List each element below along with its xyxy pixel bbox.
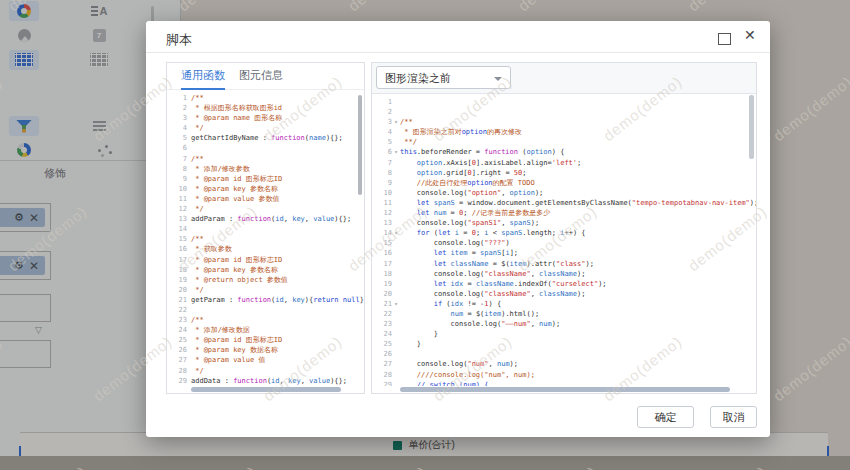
horizontal-scrollbar[interactable] (191, 387, 341, 392)
common-functions-panel: 通用函数 图元信息 1/**2 * 根据图形名称获取图形id3 * @param… (166, 62, 365, 394)
line-number: 7 (167, 154, 187, 164)
code-line: 13addParam : function(id, key, value){}; (167, 214, 364, 224)
code-line: 8 * 添加/修改参数 (167, 164, 364, 174)
left-code-editor[interactable]: 1/**2 * 根据图形名称获取图形id3 * @param name 图形名称… (167, 89, 364, 386)
code-line: 5 **/ (372, 137, 756, 147)
maximize-icon[interactable] (718, 33, 731, 45)
code-line: 26 (372, 349, 756, 359)
tab-element-info[interactable]: 图元信息 (239, 63, 283, 88)
code-line: 22 num = $(item).html(); (372, 309, 756, 319)
line-number: 6 (167, 143, 187, 153)
line-number: 27 (167, 355, 187, 365)
code-line: 28 ////console.log("num", num); (372, 370, 756, 380)
code-line: 27 console.log("num", num); (372, 359, 756, 369)
code-line: 9 * @param id 图形标志ID (167, 174, 364, 184)
vertical-scrollbar[interactable] (749, 95, 754, 159)
fold-marker-icon[interactable]: ▾ (392, 117, 400, 127)
code-line: 17 * @param id 图形标志ID (167, 255, 364, 265)
line-number: 20 (167, 285, 187, 295)
close-icon[interactable]: ✕ (744, 27, 756, 43)
script-dialog: 脚本 ✕ 通用函数 图元信息 1/**2 * 根据图形名称获取图形id3 * @… (146, 21, 770, 437)
horizontal-scrollbar[interactable] (400, 387, 730, 392)
fold-marker-icon (392, 127, 400, 137)
line-number: 17 (372, 259, 392, 269)
fold-marker-icon (392, 329, 400, 339)
line-number: 23 (372, 319, 392, 329)
line-number: 12 (167, 204, 187, 214)
code-line: 5getChartIdByName : function(name){}; (167, 133, 364, 143)
fold-marker-icon (392, 279, 400, 289)
fold-marker-icon[interactable]: ▾ (392, 299, 400, 309)
fold-marker-icon[interactable]: ▾ (392, 147, 400, 157)
fold-marker-icon (392, 168, 400, 178)
fold-marker-icon (392, 380, 400, 386)
code-line: 6▾this.beforeRender = function (option) … (372, 147, 756, 157)
line-number: 28 (167, 366, 187, 376)
line-number: 26 (167, 345, 187, 355)
vertical-scrollbar[interactable] (358, 95, 362, 195)
code-line: 14▾ for (let i = 0; i < spanS.length; i+… (372, 228, 756, 238)
line-number: 3 (167, 113, 187, 123)
fold-marker-icon (392, 137, 400, 147)
fold-marker-icon (392, 208, 400, 218)
line-number: 25 (167, 335, 187, 345)
line-number: 29 (372, 380, 392, 386)
code-line: 4 */ (167, 123, 364, 133)
code-line: 22 (167, 305, 364, 315)
line-number: 4 (167, 123, 187, 133)
fold-marker-icon (392, 218, 400, 228)
code-line: 12 let num = 0; //记录当前是参数是多少 (372, 208, 756, 218)
fold-marker-icon (392, 178, 400, 188)
line-number: 16 (167, 244, 187, 254)
line-number: 11 (167, 194, 187, 204)
line-number: 16 (372, 248, 392, 258)
line-number: 10 (372, 188, 392, 198)
code-line: 12 */ (167, 204, 364, 214)
line-number: 21 (372, 299, 392, 309)
code-line: 24 } (372, 329, 756, 339)
fold-marker-icon (392, 259, 400, 269)
code-line: 18 console.log("className", className); (372, 269, 756, 279)
fold-marker-icon[interactable]: ▾ (392, 228, 400, 238)
line-number: 18 (372, 269, 392, 279)
code-line: 15 console.log("???") (372, 238, 756, 248)
code-line: 28 */ (167, 366, 364, 376)
line-number: 2 (167, 103, 187, 113)
line-number: 25 (372, 339, 392, 349)
right-code-editor[interactable]: 123▾/**4 * 图形渲染之前对option的再次修改5 **/6▾this… (372, 93, 756, 386)
fold-marker-icon (392, 158, 400, 168)
code-line: 20 */ (167, 285, 364, 295)
divider (146, 52, 770, 53)
code-line: 6 (167, 143, 364, 153)
line-number: 9 (167, 174, 187, 184)
line-number: 19 (372, 279, 392, 289)
code-line: 13 console.log("spanS1", spanS); (372, 218, 756, 228)
fold-marker-icon (392, 107, 400, 117)
line-number: 1 (167, 93, 187, 103)
dialog-title: 脚本 (166, 31, 192, 49)
fold-marker-icon (187, 143, 191, 153)
render-script-panel: 图形渲染之前 123▾/**4 * 图形渲染之前对option的再次修改5 **… (371, 62, 757, 394)
line-number: 20 (372, 289, 392, 299)
line-number: 3 (372, 117, 392, 127)
code-line: 2 * 根据图形名称获取图形id (167, 103, 364, 113)
code-line: 23 console.log("——num", num); (372, 319, 756, 329)
fold-marker-icon (187, 224, 191, 234)
line-number: 10 (167, 184, 187, 194)
fold-marker-icon (392, 370, 400, 380)
code-line: 16 let item = spanS[i]; (372, 248, 756, 258)
code-line: 21▾ if (idx != -1) { (372, 299, 756, 309)
line-number: 26 (372, 349, 392, 359)
line-number: 5 (372, 137, 392, 147)
render-stage-select[interactable]: 图形渲染之前 (376, 66, 511, 89)
fold-marker-icon (392, 188, 400, 198)
code-line: 18 * @param key 参数名称 (167, 265, 364, 275)
ok-button[interactable]: 确定 (637, 406, 694, 428)
line-number: 18 (167, 265, 187, 275)
line-number: 24 (167, 325, 187, 335)
code-line: 19 * @return object 参数值 (167, 275, 364, 285)
tab-common-functions[interactable]: 通用函数 (181, 63, 225, 90)
select-value: 图形渲染之前 (385, 72, 451, 84)
fold-marker-icon (392, 289, 400, 299)
cancel-button[interactable]: 取消 (710, 406, 757, 428)
